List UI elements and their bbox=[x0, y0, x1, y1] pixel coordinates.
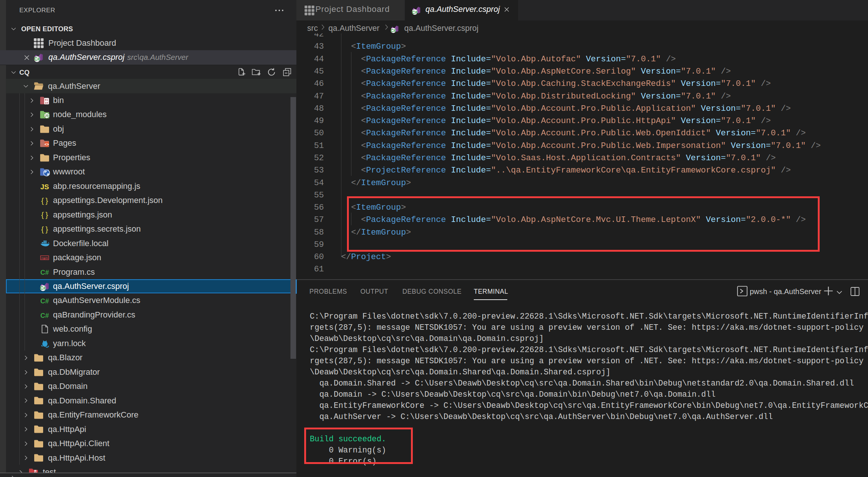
svg-text:}: } bbox=[45, 196, 48, 205]
svg-text:C#: C# bbox=[34, 57, 40, 62]
svg-text:10: 10 bbox=[45, 101, 49, 104]
svg-text:C#: C# bbox=[40, 286, 46, 291]
svg-text:<>: <> bbox=[45, 142, 49, 146]
svg-text:C#: C# bbox=[40, 312, 49, 319]
svg-text:C#: C# bbox=[40, 269, 49, 276]
svg-text:C#: C# bbox=[412, 10, 418, 14]
svg-text:JS: JS bbox=[40, 183, 49, 190]
svg-text:{: { bbox=[41, 225, 44, 233]
svg-text:C#: C# bbox=[40, 297, 49, 305]
svg-text:{: { bbox=[41, 210, 44, 219]
svg-text:}: } bbox=[45, 210, 48, 219]
svg-text:JS: JS bbox=[45, 114, 49, 117]
svg-text:{: { bbox=[41, 196, 44, 205]
svg-text:}: } bbox=[45, 225, 48, 233]
svg-text:C#: C# bbox=[391, 28, 396, 33]
